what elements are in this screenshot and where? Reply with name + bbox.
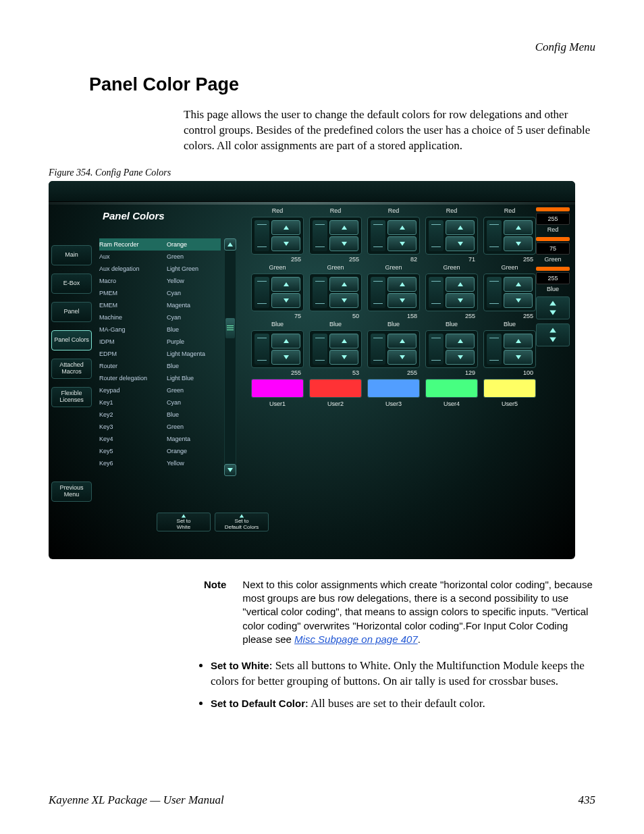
value-down-button[interactable]	[387, 236, 417, 251]
value-up-button[interactable]	[504, 220, 533, 235]
mixer-channel-label: Blue	[309, 321, 362, 330]
value-down-button[interactable]	[329, 293, 358, 308]
value-down-button[interactable]	[329, 350, 358, 365]
drag-icon[interactable]	[371, 277, 385, 308]
value-down-button[interactable]	[329, 236, 358, 251]
drag-icon[interactable]	[429, 277, 444, 308]
mixer-value: 255	[309, 256, 362, 264]
value-down-button[interactable]	[446, 236, 475, 251]
drag-icon[interactable]	[429, 334, 444, 365]
list-row[interactable]: MacroYellow	[99, 275, 221, 287]
user-swatch[interactable]: User4	[425, 379, 478, 407]
drag-icon[interactable]	[487, 334, 502, 365]
value-up-button[interactable]	[387, 220, 417, 235]
note-xref-link[interactable]: Misc Subpage on page 407	[294, 633, 418, 645]
mixer-cell: Green255	[425, 264, 478, 321]
previous-menu-tab[interactable]: Previous Menu	[51, 481, 92, 502]
value-up-button[interactable]	[387, 277, 417, 292]
scroll-up-button[interactable]	[224, 238, 236, 251]
value-down-button[interactable]	[504, 293, 533, 308]
list-row[interactable]: KeypadGreen	[99, 384, 221, 396]
scroll-thumb[interactable]	[225, 318, 235, 338]
user-swatch[interactable]: User2	[309, 379, 362, 407]
drag-icon[interactable]	[313, 277, 327, 308]
user-swatch[interactable]: User3	[367, 379, 420, 407]
list-row[interactable]: IDPMPurple	[99, 336, 221, 348]
readout-value: 75	[536, 242, 570, 255]
value-down-button[interactable]	[271, 293, 300, 308]
scroll-track[interactable]	[224, 251, 236, 464]
drag-icon[interactable]	[371, 334, 385, 365]
value-up-button[interactable]	[329, 277, 358, 292]
scroll-down-button[interactable]	[224, 464, 236, 476]
bottom-button[interactable]: Set toDefault Colors	[215, 513, 269, 531]
drag-icon[interactable]	[254, 334, 269, 365]
left-tab[interactable]: Panel	[51, 302, 92, 322]
value-down-button[interactable]	[271, 236, 300, 251]
mixer-channel-label: Blue	[425, 321, 478, 330]
list-item-name: Aux delegation	[99, 265, 167, 272]
user-swatch[interactable]: User1	[251, 379, 304, 407]
value-up-button[interactable]	[329, 334, 358, 348]
drag-icon[interactable]	[254, 220, 269, 251]
value-up-button[interactable]	[504, 334, 533, 348]
left-tab[interactable]: Main	[51, 245, 92, 265]
list-scrollbar[interactable]	[224, 238, 236, 476]
readout-spinner[interactable]	[536, 323, 570, 346]
list-row[interactable]: AuxGreen	[99, 251, 221, 263]
value-down-button[interactable]	[387, 350, 417, 365]
value-up-button[interactable]	[387, 334, 417, 348]
readout-spinner[interactable]	[536, 296, 570, 319]
figure-caption: Figure 354. Config Pane Colors	[49, 167, 595, 178]
value-up-button[interactable]	[504, 277, 533, 292]
readout-label: Blue	[536, 286, 570, 292]
value-down-button[interactable]	[504, 350, 533, 365]
drag-icon[interactable]	[371, 220, 385, 251]
value-down-button[interactable]	[387, 293, 417, 308]
list-row[interactable]: EMEMMagenta	[99, 299, 221, 311]
bottom-button[interactable]: Set toWhite	[157, 513, 211, 531]
left-tab[interactable]: Flexible Licenses	[51, 387, 92, 407]
value-up-button[interactable]	[271, 277, 300, 292]
list-row[interactable]: Aux delegationLight Green	[99, 263, 221, 275]
list-row[interactable]: RouterBlue	[99, 360, 221, 372]
mixer-channel-label: Red	[309, 207, 362, 217]
list-row[interactable]: EDPMLight Magenta	[99, 348, 221, 360]
mixer-box	[425, 217, 478, 255]
drag-icon[interactable]	[487, 277, 502, 308]
drag-icon[interactable]	[487, 220, 502, 251]
left-tab[interactable]: Panel Colors	[51, 330, 92, 350]
list-item-color: Cyan	[167, 290, 221, 296]
user-swatch[interactable]: User5	[483, 379, 536, 407]
list-row[interactable]: Ram RecorderOrange	[99, 238, 221, 251]
value-up-button[interactable]	[271, 220, 300, 235]
list-item-name: Key6	[99, 460, 167, 467]
drag-icon[interactable]	[429, 220, 444, 251]
list-row[interactable]: Key3Green	[99, 421, 221, 433]
list-row[interactable]: Key1Cyan	[99, 396, 221, 409]
list-row[interactable]: PMEMCyan	[99, 287, 221, 299]
list-row[interactable]: Key4Magenta	[99, 433, 221, 445]
mixer-box	[251, 217, 304, 255]
list-row[interactable]: MA-GangBlue	[99, 323, 221, 336]
left-tab[interactable]: Attached Macros	[51, 359, 92, 379]
drag-icon[interactable]	[254, 277, 269, 308]
drag-icon[interactable]	[313, 220, 327, 251]
drag-icon[interactable]	[313, 334, 327, 365]
list-row[interactable]: MachineCyan	[99, 311, 221, 323]
color-assignment-list[interactable]: Ram RecorderOrangeAuxGreenAux delegation…	[99, 238, 221, 469]
value-down-button[interactable]	[446, 350, 475, 365]
value-down-button[interactable]	[271, 350, 300, 365]
list-row[interactable]: Key2Blue	[99, 409, 221, 421]
value-up-button[interactable]	[446, 220, 475, 235]
value-up-button[interactable]	[329, 220, 358, 235]
list-row[interactable]: Key5Orange	[99, 445, 221, 457]
value-up-button[interactable]	[446, 334, 475, 348]
list-row[interactable]: Key6Yellow	[99, 457, 221, 469]
value-down-button[interactable]	[446, 293, 475, 308]
value-up-button[interactable]	[446, 277, 475, 292]
value-down-button[interactable]	[504, 236, 533, 251]
left-tab[interactable]: E-Box	[51, 273, 92, 294]
value-up-button[interactable]	[271, 334, 300, 348]
list-row[interactable]: Router delegationLight Blue	[99, 372, 221, 384]
